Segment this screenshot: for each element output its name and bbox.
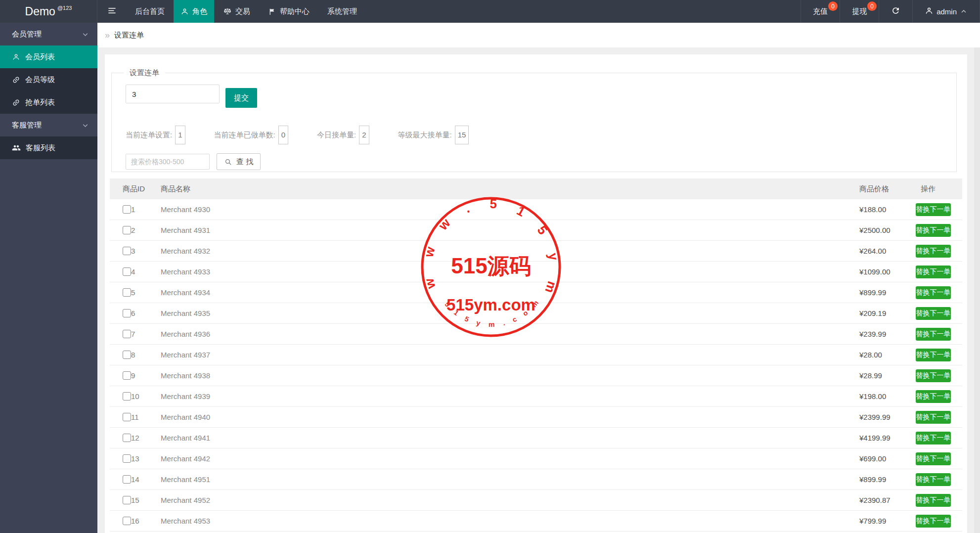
- replace-next-order-button[interactable]: 替换下一单: [916, 286, 951, 299]
- price-search-input[interactable]: [126, 154, 210, 170]
- table-row: 3Merchant 4932¥264.00替换下一单: [110, 241, 962, 262]
- chevron-up-icon: [960, 7, 968, 15]
- content-card: 设置连单 提交 当前连单设置:1当前连单已做单数:0今日接单量:2等级最大接单量…: [105, 54, 967, 533]
- stats-row: 当前连单设置:1当前连单已做单数:0今日接单量:2等级最大接单量:15: [126, 126, 956, 144]
- product-id-cell: 9: [123, 371, 161, 380]
- product-id-cell: 13: [123, 454, 161, 463]
- search-row: 查 找: [126, 153, 956, 170]
- row-checkbox[interactable]: [123, 330, 131, 338]
- replace-next-order-button[interactable]: 替换下一单: [916, 452, 951, 465]
- product-name: Merchant 4952: [161, 496, 859, 504]
- replace-next-order-button[interactable]: 替换下一单: [916, 328, 951, 341]
- replace-next-order-button[interactable]: 替换下一单: [916, 349, 951, 361]
- replace-next-order-button[interactable]: 替换下一单: [916, 369, 951, 382]
- nav-item-系统管理[interactable]: 系统管理: [318, 0, 366, 23]
- product-name: Merchant 4933: [161, 267, 859, 276]
- product-id-cell: 1: [123, 205, 161, 214]
- nav-item-交易[interactable]: 交易: [214, 0, 259, 23]
- link-icon: [12, 98, 20, 107]
- breadcrumb-chevrons-icon: »: [105, 31, 110, 40]
- product-id-cell: 3: [123, 247, 161, 255]
- replace-next-order-button[interactable]: 替换下一单: [916, 203, 951, 216]
- row-checkbox[interactable]: [123, 247, 131, 255]
- nav-item-label: 后台首页: [135, 7, 165, 16]
- row-checkbox[interactable]: [123, 496, 131, 504]
- action-cell: 替换下一单: [916, 452, 962, 465]
- product-id: 4: [131, 267, 135, 276]
- row-checkbox[interactable]: [123, 413, 131, 421]
- product-name: Merchant 4942: [161, 454, 859, 463]
- action-cell: 替换下一单: [916, 224, 962, 237]
- product-id: 14: [131, 475, 139, 484]
- replace-next-order-button[interactable]: 替换下一单: [916, 224, 951, 237]
- product-price: ¥2399.99: [859, 413, 916, 421]
- product-price: ¥198.00: [859, 392, 916, 400]
- row-checkbox[interactable]: [123, 517, 131, 525]
- sidebar-group-label: 客服管理: [12, 121, 42, 130]
- sidebar-item-抢单列表[interactable]: 抢单列表: [0, 91, 97, 114]
- users-icon: [12, 143, 21, 152]
- sidebar-group-客服管理[interactable]: 客服管理: [0, 114, 97, 136]
- replace-next-order-button[interactable]: 替换下一单: [916, 390, 951, 403]
- recharge-nav-item[interactable]: 充值 0: [801, 0, 840, 23]
- app-root: Demo @123 后台首页角色交易帮助中心系统管理 充值 0 提现 0: [0, 0, 980, 533]
- row-checkbox[interactable]: [123, 371, 131, 380]
- chain-input-row: 提交: [126, 85, 956, 108]
- search-button-label: 查 找: [236, 157, 253, 167]
- product-table: 商品ID 商品名称 商品价格 操作 1Merchant 4930¥188.00替…: [110, 178, 962, 532]
- product-id: 3: [131, 247, 135, 255]
- stat-value-box: 15: [455, 126, 469, 144]
- user-menu[interactable]: admin: [912, 0, 980, 23]
- sidebar-toggle-button[interactable]: [97, 0, 126, 23]
- replace-next-order-button[interactable]: 替换下一单: [916, 245, 951, 258]
- search-button[interactable]: 查 找: [217, 153, 261, 170]
- replace-next-order-button[interactable]: 替换下一单: [916, 432, 951, 444]
- stat-label: 当前连单设置:: [126, 131, 172, 140]
- table-row: 9Merchant 4938¥28.99替换下一单: [110, 365, 962, 386]
- replace-next-order-button[interactable]: 替换下一单: [916, 411, 951, 424]
- row-checkbox[interactable]: [123, 434, 131, 442]
- replace-next-order-button[interactable]: 替换下一单: [916, 515, 951, 528]
- row-checkbox[interactable]: [123, 288, 131, 297]
- product-name: Merchant 4937: [161, 351, 859, 359]
- withdraw-badge: 0: [867, 1, 877, 11]
- row-checkbox[interactable]: [123, 267, 131, 276]
- stat-item-3: 等级最大接单量:15: [398, 126, 469, 144]
- link-icon: [12, 76, 20, 84]
- sidebar-item-会员列表[interactable]: 会员列表: [0, 45, 97, 68]
- replace-next-order-button[interactable]: 替换下一单: [916, 473, 951, 486]
- action-cell: 替换下一单: [916, 307, 962, 320]
- sidebar-item-会员等级[interactable]: 会员等级: [0, 68, 97, 91]
- row-checkbox[interactable]: [123, 226, 131, 234]
- chain-count-input[interactable]: [126, 85, 220, 103]
- submit-button[interactable]: 提交: [225, 88, 257, 108]
- replace-next-order-button[interactable]: 替换下一单: [916, 494, 951, 507]
- row-checkbox[interactable]: [123, 392, 131, 400]
- table-row: 11Merchant 4940¥2399.99替换下一单: [110, 407, 962, 428]
- withdraw-nav-item[interactable]: 提现 0: [840, 0, 879, 23]
- sidebar-item-客服列表[interactable]: 客服列表: [0, 136, 97, 159]
- row-checkbox[interactable]: [123, 475, 131, 484]
- stat-item-2: 今日接单量:2: [317, 126, 369, 144]
- refresh-button[interactable]: [879, 0, 912, 23]
- col-header-action: 操作: [916, 184, 962, 194]
- nav-item-后台首页[interactable]: 后台首页: [126, 0, 174, 23]
- nav-item-帮助中心[interactable]: 帮助中心: [259, 0, 318, 23]
- product-id-cell: 4: [123, 267, 161, 276]
- product-name: Merchant 4935: [161, 309, 859, 317]
- row-checkbox[interactable]: [123, 309, 131, 317]
- sidebar-group-会员管理[interactable]: 会员管理: [0, 23, 97, 45]
- navbar-right-group: 充值 0 提现 0 admin: [801, 0, 980, 23]
- product-name: Merchant 4932: [161, 247, 859, 255]
- replace-next-order-button[interactable]: 替换下一单: [916, 266, 951, 278]
- person-icon: [180, 7, 189, 16]
- row-checkbox[interactable]: [123, 205, 131, 214]
- table-body: 1Merchant 4930¥188.00替换下一单2Merchant 4931…: [110, 199, 962, 532]
- replace-next-order-button[interactable]: 替换下一单: [916, 307, 951, 320]
- row-checkbox[interactable]: [123, 351, 131, 359]
- page-scrollbar[interactable]: [974, 47, 980, 533]
- hamburger-icon: [107, 6, 117, 17]
- row-checkbox[interactable]: [123, 454, 131, 463]
- table-row: 10Merchant 4939¥198.00替换下一单: [110, 386, 962, 407]
- nav-item-角色[interactable]: 角色: [174, 0, 214, 23]
